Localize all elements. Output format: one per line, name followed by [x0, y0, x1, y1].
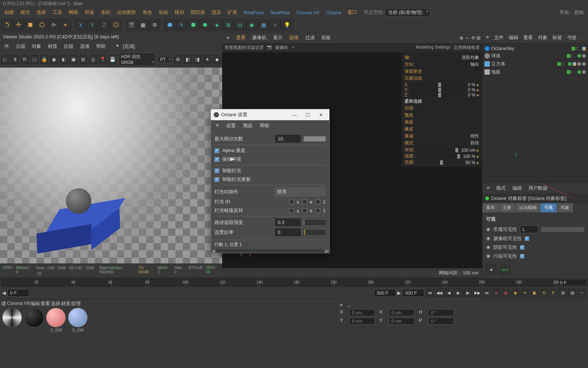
octane-tag-icon[interactable]: [582, 47, 586, 50]
tool-move[interactable]: [13, 19, 24, 30]
menu-render[interactable]: 渲染: [209, 8, 224, 17]
prev-key-button[interactable]: ◀◀: [435, 289, 443, 297]
menu-mesh[interactable]: 网格: [66, 8, 81, 17]
vp-menu-view[interactable]: 查看: [233, 33, 249, 42]
tool-scale[interactable]: [25, 19, 36, 30]
menu-simulate[interactable]: 模拟: [172, 8, 187, 17]
mat-menu-texture[interactable]: 纹理: [71, 300, 81, 307]
vt-clear-icon[interactable]: ◻: [31, 55, 38, 64]
strength-slider[interactable]: [416, 155, 462, 158]
axis-z-toggle[interactable]: Z: [99, 19, 110, 30]
menu-realflow-2[interactable]: RealFlow: [267, 8, 293, 17]
range-slider[interactable]: [416, 162, 464, 164]
menu-corona[interactable]: Corona V6: [293, 8, 322, 17]
prev-frame-button[interactable]: ◀: [445, 289, 453, 297]
viewer-menu-object[interactable]: 对象: [29, 42, 44, 50]
material-tag-icon[interactable]: [582, 70, 586, 74]
am-mode[interactable]: 模式: [493, 184, 509, 192]
mat-menu-create[interactable]: 建: [1, 300, 6, 307]
menu-select[interactable]: 选择: [34, 8, 49, 17]
gizmo-y-axis[interactable]: ↑: [515, 151, 518, 159]
dlg-hamburger-icon[interactable]: ≡: [213, 122, 222, 130]
timeline-total-input[interactable]: 300 F: [402, 289, 424, 297]
tab-basic[interactable]: 基本: [482, 203, 498, 212]
tool-last[interactable]: ⟳: [48, 19, 59, 30]
prim-light-icon[interactable]: ◦◦: [270, 19, 281, 30]
close-button[interactable]: ✕: [315, 112, 326, 118]
om-view[interactable]: 查看: [521, 34, 535, 42]
radius-slider[interactable]: [416, 149, 459, 151]
key-scale-button[interactable]: ▣: [530, 289, 538, 297]
coord-system[interactable]: [110, 19, 121, 30]
timeline-start-handle[interactable]: ◀: [2, 290, 6, 296]
vis-toggle[interactable]: [567, 54, 570, 58]
light-link-e-checkbox[interactable]: [302, 208, 307, 213]
vt-focus-icon[interactable]: ◉: [50, 55, 58, 64]
menu-mode[interactable]: 模式: [18, 8, 33, 17]
vt-reload-icon[interactable]: R: [21, 55, 29, 64]
timeline-end-handle[interactable]: ▶: [397, 290, 401, 296]
vt-settings-icon[interactable]: ⚙: [174, 55, 182, 64]
vp-nav-4-icon[interactable]: ⊞: [477, 35, 481, 41]
vis-toggle[interactable]: [567, 70, 570, 74]
material-slot-1[interactable]: [2, 308, 22, 334]
material-slot-2[interactable]: [24, 308, 44, 334]
vt-misc-icon[interactable]: ◆: [213, 55, 221, 64]
tab-visibility[interactable]: 可视: [540, 203, 557, 212]
om-hamburger-icon[interactable]: ≡: [484, 34, 491, 42]
light-link-s-checkbox[interactable]: [289, 208, 294, 213]
next-key-button[interactable]: ▶▶: [473, 289, 481, 297]
pos-x-input[interactable]: 0 cm: [349, 309, 375, 316]
vt-pause-icon[interactable]: ⏸: [11, 55, 19, 64]
om-edit[interactable]: 编辑: [507, 34, 520, 42]
max-subdiv-slider[interactable]: [304, 136, 326, 141]
mat-menu-corona[interactable]: Corona V6: [7, 300, 30, 307]
coord-hamburger-icon[interactable]: ≡: [340, 302, 343, 308]
obj-cube[interactable]: 立方体 ∶: [485, 60, 586, 68]
tab-motion-blur[interactable]: 运动模糊: [515, 203, 540, 212]
vt-save-icon[interactable]: 💾: [109, 55, 117, 64]
vt-denoise-icon[interactable]: ✦: [204, 55, 211, 64]
menu-extensions[interactable]: 扩展: [225, 8, 240, 17]
material-slot-3[interactable]: O_IDiff: [46, 308, 66, 334]
timeline-start-input[interactable]: 0 F: [7, 289, 29, 297]
vt-lock-icon[interactable]: 🔒: [41, 55, 48, 64]
octane-tag-icon[interactable]: [577, 54, 581, 58]
am-edit[interactable]: 编辑: [509, 184, 525, 192]
attr-icon-1[interactable]: ✦: [486, 265, 496, 275]
mat-menu-view[interactable]: 查看: [41, 300, 50, 307]
am-hamburger-icon[interactable]: ≡: [484, 184, 493, 192]
vp-menu-panel[interactable]: 面板: [318, 33, 334, 42]
octane-tag-icon[interactable]: [577, 70, 581, 74]
max-subdiv-input[interactable]: 10.: [275, 135, 301, 143]
keep-env-checkbox[interactable]: [215, 157, 219, 162]
vp-nav-1-icon[interactable]: ⊕: [459, 35, 463, 41]
dirt-vis-radio[interactable]: [486, 254, 490, 258]
path-strength-input[interactable]: 0.3: [275, 219, 301, 226]
obj-floor[interactable]: 地板 ∶: [485, 68, 586, 76]
next-frame-button[interactable]: ▶: [464, 289, 472, 297]
prim-grid-icon[interactable]: ▦: [258, 19, 269, 30]
dlg-menu-help[interactable]: 帮助: [257, 122, 272, 130]
menu-mograph[interactable]: 运动图形: [114, 8, 139, 17]
prim-generator-icon[interactable]: [200, 19, 210, 30]
vp-hamburger-icon[interactable]: ≡: [224, 34, 232, 42]
vis-toggle[interactable]: [557, 62, 561, 66]
render-mode-select[interactable]: PT: [158, 56, 172, 63]
render-view-icon[interactable]: 🎬: [126, 19, 137, 30]
dlg-menu-presets[interactable]: 预设: [240, 122, 255, 130]
goto-start-button[interactable]: ⏮: [426, 289, 434, 297]
timeline-end-input[interactable]: 300 F: [374, 289, 396, 297]
prim-camera-icon[interactable]: ◉: [246, 19, 257, 30]
menu-character[interactable]: 角色: [140, 8, 155, 17]
prim-deformer-icon[interactable]: ◈: [211, 19, 222, 30]
normal-vis-radio[interactable]: [486, 227, 490, 232]
menu-window[interactable]: 窗口: [345, 8, 360, 17]
dlg-menu-settings[interactable]: 设置: [223, 122, 239, 130]
vt-aov-icon[interactable]: ◧: [184, 55, 191, 64]
size-y-input[interactable]: 0 cm: [389, 318, 414, 325]
rot-h-input[interactable]: 0 °: [428, 309, 454, 316]
size-x-input[interactable]: 0 cm: [389, 309, 414, 316]
om-tags[interactable]: 标签: [550, 34, 564, 42]
pos-y-input[interactable]: 0 cm: [349, 318, 375, 325]
